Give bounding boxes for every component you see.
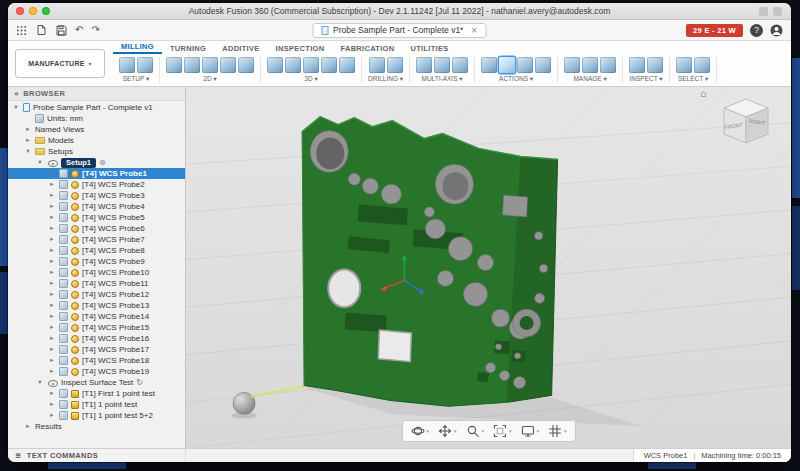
ribbon-group-label[interactable]: ACTIONS ▾ [499, 75, 533, 83]
close-window-button[interactable] [16, 7, 24, 15]
browser-item-models[interactable]: ▸ Models [8, 135, 185, 146]
disclosure-icon[interactable]: ▸ [48, 311, 56, 322]
disclosure-icon[interactable]: ▾ [24, 146, 32, 157]
disclosure-icon[interactable]: ▸ [24, 124, 32, 135]
minimize-window-button[interactable] [29, 7, 37, 15]
titlebar-icon[interactable] [759, 7, 768, 16]
ribbon-icon[interactable] [694, 57, 710, 73]
browser-item-inspection[interactable]: ▸[T1] 1 point test 5+2 [8, 410, 185, 421]
browser-item-setups[interactable]: ▾ Setups [8, 146, 185, 157]
ribbon-icon[interactable] [434, 57, 450, 73]
ribbon-tab-milling[interactable]: MILLING [113, 42, 162, 54]
disclosure-icon[interactable]: ▸ [48, 234, 56, 245]
ribbon-tab-fabrication[interactable]: FABRICATION [332, 44, 402, 54]
machined-part[interactable] [302, 117, 557, 407]
text-commands-toggle[interactable]: ≡ TEXT COMMANDS [8, 449, 186, 462]
ribbon-tab-inspection[interactable]: INSPECTION [268, 44, 333, 54]
regenerate-icon[interactable]: ↻ [136, 378, 143, 387]
display-settings-icon[interactable]: ▾ [521, 424, 540, 438]
ribbon-icon[interactable] [202, 57, 218, 73]
ribbon-group-label[interactable]: SELECT ▾ [678, 75, 708, 83]
ribbon-icon[interactable] [481, 57, 497, 73]
ribbon-icon[interactable] [600, 57, 616, 73]
ribbon-group-label[interactable]: DRILLING ▾ [368, 75, 403, 83]
disclosure-icon[interactable]: ▸ [48, 300, 56, 311]
visibility-eye-icon[interactable] [47, 158, 58, 167]
disclosure-icon[interactable]: ▾ [12, 102, 20, 113]
ribbon-icon[interactable] [220, 57, 236, 73]
ribbon-tab-additive[interactable]: ADDITIVE [214, 44, 267, 54]
ribbon-icon[interactable] [582, 57, 598, 73]
maximize-window-button[interactable] [42, 7, 50, 15]
ribbon-group-label[interactable]: INSPECT ▾ [630, 75, 663, 83]
ribbon-group-label[interactable]: SETUP ▾ [123, 75, 150, 83]
browser-item-probe[interactable]: ▸[T4] WCS Probe10 [8, 267, 185, 278]
ribbon-icon[interactable] [452, 57, 468, 73]
redo-icon[interactable]: ↷ [91, 25, 99, 35]
browser-item-probe[interactable]: ▸[T4] WCS Probe9 [8, 256, 185, 267]
disclosure-icon[interactable]: ▸ [48, 245, 56, 256]
disclosure-icon[interactable]: ▸ [48, 333, 56, 344]
ribbon-group-label[interactable]: 3D ▾ [304, 75, 317, 83]
ribbon-group-label[interactable]: 2D ▾ [203, 75, 216, 83]
user-avatar[interactable] [770, 24, 783, 37]
browser-item-setup1[interactable]: ▾ Setup1 ⊕ [8, 157, 185, 168]
browser-item-probe[interactable]: ▸[T4] WCS Probe15 [8, 322, 185, 333]
disclosure-icon[interactable]: ▾ [36, 377, 44, 388]
save-icon[interactable] [55, 24, 67, 36]
browser-item-probe[interactable]: ▸[T4] WCS Probe6 [8, 223, 185, 234]
ribbon-icon[interactable] [339, 57, 355, 73]
disclosure-icon[interactable]: ▸ [48, 190, 56, 201]
add-icon[interactable]: ⊕ [99, 158, 106, 167]
disclosure-icon[interactable]: ▸ [48, 399, 56, 410]
zoom-icon[interactable]: ▾ [465, 424, 484, 438]
file-icon[interactable] [35, 24, 47, 36]
collapse-panel-icon[interactable]: « [14, 89, 19, 98]
browser-item-probe[interactable]: ▸[T4] WCS Probe5 [8, 212, 185, 223]
disclosure-icon[interactable]: ▾ [36, 157, 44, 168]
disclosure-icon[interactable]: ▸ [48, 366, 56, 377]
browser-item-probe[interactable]: ▸[T4] WCS Probe16 [8, 333, 185, 344]
disclosure-icon[interactable]: ▸ [48, 410, 56, 421]
disclosure-icon[interactable]: ▸ [48, 201, 56, 212]
disclosure-icon[interactable]: ▸ [48, 388, 56, 399]
viewport-canvas[interactable] [186, 87, 791, 448]
ribbon-icon[interactable] [166, 57, 182, 73]
grid-settings-icon[interactable]: ▾ [548, 424, 567, 438]
browser-item-probe[interactable]: ▸[T4] WCS Probe4 [8, 201, 185, 212]
disclosure-icon[interactable]: ▸ [24, 421, 32, 432]
help-icon[interactable]: ? [750, 24, 763, 37]
ribbon-group-label[interactable]: MANAGE ▾ [573, 75, 606, 83]
browser-item-inspection[interactable]: ▸[T1] First 1 point test [8, 388, 185, 399]
browser-item-probe[interactable]: ▸[T4] WCS Probe7 [8, 234, 185, 245]
browser-item-probe[interactable]: ▸[T4] WCS Probe19 [8, 366, 185, 377]
disclosure-icon[interactable]: ▸ [48, 212, 56, 223]
view-cube[interactable]: ⌂ FRONT RIGHT [711, 91, 781, 149]
visibility-eye-icon[interactable] [47, 378, 58, 387]
ribbon-icon[interactable] [535, 57, 551, 73]
pan-icon[interactable]: ▾ [438, 424, 457, 438]
browser-item-probe[interactable]: ▸[T4] WCS Probe14 [8, 311, 185, 322]
ribbon-icon[interactable] [564, 57, 580, 73]
ribbon-icon[interactable] [238, 57, 254, 73]
browser-item-named-views[interactable]: ▸ Named Views [8, 124, 185, 135]
titlebar-icon[interactable] [773, 7, 782, 16]
ribbon-tab-utilities[interactable]: UTILITIES [402, 44, 456, 54]
close-tab-icon[interactable]: × [470, 25, 478, 35]
browser-item-probe[interactable]: ▸[T4] WCS Probe1 [8, 168, 185, 179]
disclosure-icon[interactable]: ▸ [48, 278, 56, 289]
job-status-badge[interactable]: 29 E - 21 W [686, 24, 743, 37]
ribbon-icon[interactable] [285, 57, 301, 73]
ribbon-icon[interactable] [416, 57, 432, 73]
ribbon-icon[interactable] [137, 57, 153, 73]
disclosure-icon[interactable]: ▸ [48, 289, 56, 300]
ribbon-icon[interactable] [629, 57, 645, 73]
fit-icon[interactable]: ▾ [493, 424, 512, 438]
viewport[interactable]: ⌂ FRONT RIGHT ▾ ▾ [186, 87, 791, 448]
ribbon-icon[interactable] [517, 57, 533, 73]
document-tab[interactable]: Probe Sample Part - Complete v1* × [312, 23, 487, 38]
disclosure-icon[interactable]: ▸ [48, 223, 56, 234]
browser-item-probe[interactable]: ▸[T4] WCS Probe11 [8, 278, 185, 289]
browser-item-inspection[interactable]: ▸[T1] 1 point test [8, 399, 185, 410]
browser-item-probe[interactable]: ▸[T4] WCS Probe17 [8, 344, 185, 355]
